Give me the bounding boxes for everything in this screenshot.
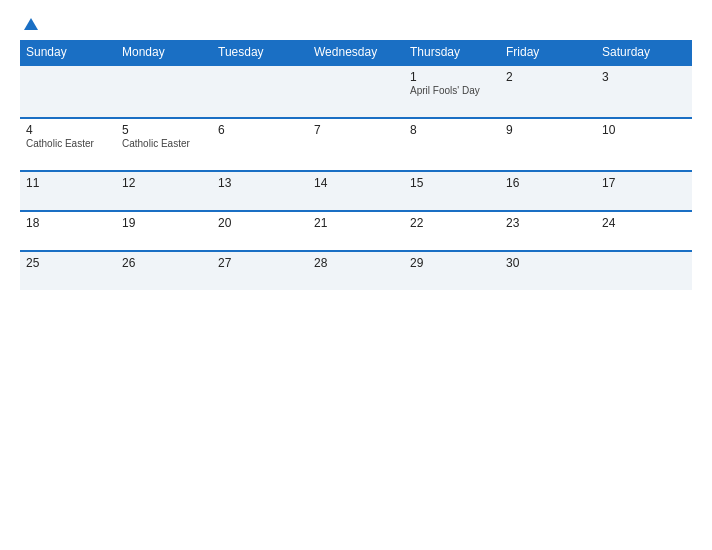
calendar-day-cell xyxy=(116,65,212,118)
day-number: 8 xyxy=(410,123,494,137)
day-number: 23 xyxy=(506,216,590,230)
calendar-day-cell: 29 xyxy=(404,251,500,290)
calendar-day-cell xyxy=(212,65,308,118)
day-number: 11 xyxy=(26,176,110,190)
calendar-day-cell xyxy=(20,65,116,118)
calendar-day-cell: 22 xyxy=(404,211,500,251)
calendar-day-cell: 7 xyxy=(308,118,404,171)
calendar-day-cell: 27 xyxy=(212,251,308,290)
calendar-day-cell: 24 xyxy=(596,211,692,251)
weekday-header: Tuesday xyxy=(212,40,308,65)
calendar-day-cell: 2 xyxy=(500,65,596,118)
day-number: 1 xyxy=(410,70,494,84)
calendar-day-cell: 18 xyxy=(20,211,116,251)
day-number: 3 xyxy=(602,70,686,84)
calendar-day-cell: 28 xyxy=(308,251,404,290)
calendar-day-cell: 5Catholic Easter xyxy=(116,118,212,171)
calendar-day-cell: 6 xyxy=(212,118,308,171)
logo-blue-text xyxy=(20,18,38,30)
day-number: 13 xyxy=(218,176,302,190)
calendar-week-row: 1April Fools' Day23 xyxy=(20,65,692,118)
day-number: 29 xyxy=(410,256,494,270)
calendar-day-cell: 17 xyxy=(596,171,692,211)
holiday-label: Catholic Easter xyxy=(122,138,206,150)
day-number: 22 xyxy=(410,216,494,230)
day-number: 27 xyxy=(218,256,302,270)
calendar-week-row: 252627282930 xyxy=(20,251,692,290)
calendar-page: SundayMondayTuesdayWednesdayThursdayFrid… xyxy=(0,0,712,550)
calendar-day-cell: 30 xyxy=(500,251,596,290)
day-number: 20 xyxy=(218,216,302,230)
calendar-body: 1April Fools' Day234Catholic Easter5Cath… xyxy=(20,65,692,290)
calendar-week-row: 4Catholic Easter5Catholic Easter678910 xyxy=(20,118,692,171)
logo-triangle-icon xyxy=(24,18,38,30)
calendar-day-cell: 25 xyxy=(20,251,116,290)
calendar-day-cell: 20 xyxy=(212,211,308,251)
calendar-day-cell: 11 xyxy=(20,171,116,211)
calendar-day-cell: 12 xyxy=(116,171,212,211)
day-number: 30 xyxy=(506,256,590,270)
calendar-day-cell: 19 xyxy=(116,211,212,251)
calendar-day-cell: 4Catholic Easter xyxy=(20,118,116,171)
day-number: 9 xyxy=(506,123,590,137)
calendar-day-cell: 23 xyxy=(500,211,596,251)
calendar-header: SundayMondayTuesdayWednesdayThursdayFrid… xyxy=(20,40,692,65)
day-number: 17 xyxy=(602,176,686,190)
calendar-day-cell: 3 xyxy=(596,65,692,118)
calendar-table: SundayMondayTuesdayWednesdayThursdayFrid… xyxy=(20,40,692,290)
weekday-header: Sunday xyxy=(20,40,116,65)
calendar-day-cell: 15 xyxy=(404,171,500,211)
calendar-day-cell: 16 xyxy=(500,171,596,211)
calendar-day-cell: 13 xyxy=(212,171,308,211)
day-number: 19 xyxy=(122,216,206,230)
day-number: 15 xyxy=(410,176,494,190)
day-number: 14 xyxy=(314,176,398,190)
calendar-day-cell xyxy=(308,65,404,118)
logo xyxy=(20,18,38,30)
day-number: 5 xyxy=(122,123,206,137)
weekday-header: Monday xyxy=(116,40,212,65)
calendar-day-cell: 26 xyxy=(116,251,212,290)
day-number: 24 xyxy=(602,216,686,230)
weekday-header: Wednesday xyxy=(308,40,404,65)
calendar-day-cell: 8 xyxy=(404,118,500,171)
calendar-week-row: 11121314151617 xyxy=(20,171,692,211)
weekday-header: Friday xyxy=(500,40,596,65)
calendar-day-cell: 9 xyxy=(500,118,596,171)
holiday-label: April Fools' Day xyxy=(410,85,494,97)
day-number: 2 xyxy=(506,70,590,84)
day-number: 28 xyxy=(314,256,398,270)
day-number: 18 xyxy=(26,216,110,230)
day-number: 16 xyxy=(506,176,590,190)
weekday-header: Saturday xyxy=(596,40,692,65)
day-number: 21 xyxy=(314,216,398,230)
calendar-day-cell xyxy=(596,251,692,290)
calendar-day-cell: 14 xyxy=(308,171,404,211)
day-number: 10 xyxy=(602,123,686,137)
holiday-label: Catholic Easter xyxy=(26,138,110,150)
day-number: 25 xyxy=(26,256,110,270)
calendar-day-cell: 1April Fools' Day xyxy=(404,65,500,118)
calendar-day-cell: 21 xyxy=(308,211,404,251)
day-number: 12 xyxy=(122,176,206,190)
day-number: 6 xyxy=(218,123,302,137)
header xyxy=(20,18,692,30)
day-number: 4 xyxy=(26,123,110,137)
calendar-day-cell: 10 xyxy=(596,118,692,171)
calendar-week-row: 18192021222324 xyxy=(20,211,692,251)
day-number: 26 xyxy=(122,256,206,270)
weekday-header: Thursday xyxy=(404,40,500,65)
day-number: 7 xyxy=(314,123,398,137)
